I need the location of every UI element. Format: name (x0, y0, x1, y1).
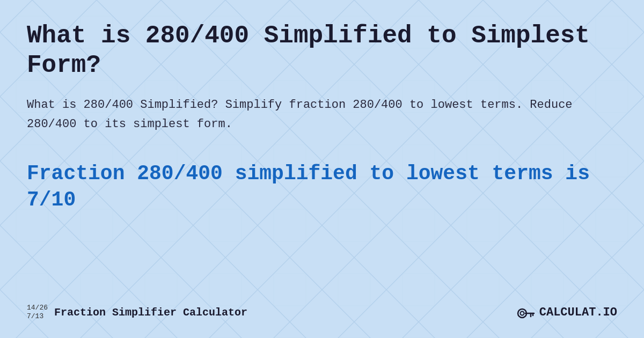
fraction-top: 14/26 (27, 304, 48, 312)
fraction-bottom: 7/13 (27, 312, 48, 321)
result-text: Fraction 280/400 simplified to lowest te… (27, 160, 617, 214)
calculator-name: Fraction Simplifier Calculator (54, 306, 247, 319)
description-text: What is 280/400 Simplified? Simplify fra… (27, 95, 617, 133)
svg-point-12 (520, 312, 524, 315)
footer-left: 14/26 7/13 Fraction Simplifier Calculato… (27, 304, 247, 320)
footer: 14/26 7/13 Fraction Simplifier Calculato… (27, 297, 617, 322)
logo-area: CALCULAT.IO (516, 303, 617, 322)
fraction-stack: 14/26 7/13 (27, 304, 48, 320)
page-title: What is 280/400 Simplified to Simplest F… (27, 21, 617, 80)
calculator-icon (516, 303, 535, 322)
logo-text: CALCULAT.IO (539, 306, 617, 319)
